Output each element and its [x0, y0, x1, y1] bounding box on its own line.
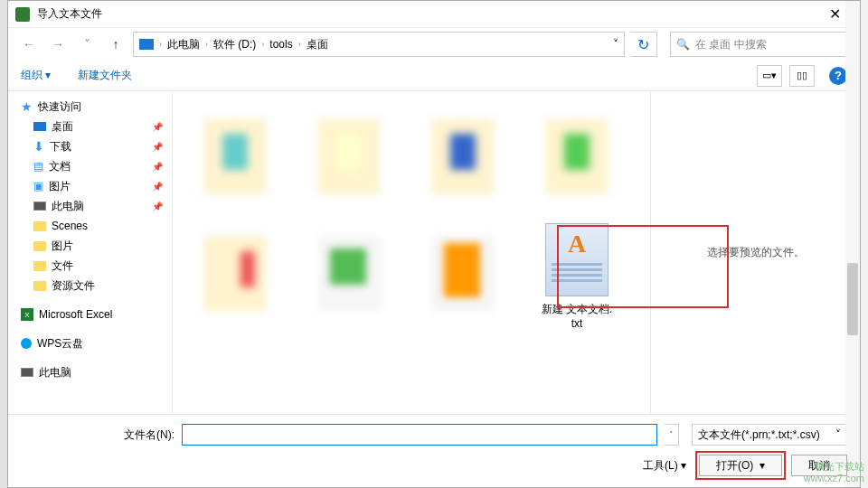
- help-button[interactable]: ?: [829, 67, 847, 85]
- pin-icon: 📌: [152, 182, 163, 192]
- file-list[interactable]: A 新建 文本文档.txt: [173, 91, 650, 414]
- sidebar-files[interactable]: 文件: [8, 256, 172, 276]
- file-label: 新建 文本文档.txt: [542, 302, 613, 330]
- sidebar-pictures[interactable]: ▣图片📌: [8, 176, 172, 196]
- watermark: 极光下载站 www.xz7.com: [804, 461, 864, 484]
- chevron-right-icon: ›: [298, 40, 301, 49]
- pin-icon: 📌: [152, 202, 163, 211]
- filename-dropdown[interactable]: ˅: [665, 424, 679, 446]
- folder-item[interactable]: [178, 218, 292, 335]
- sidebar-downloads[interactable]: ⬇下载📌: [8, 136, 172, 156]
- pc-icon: [139, 39, 154, 50]
- sidebar-excel[interactable]: XMicrosoft Excel: [8, 305, 172, 324]
- back-button[interactable]: ←: [17, 33, 41, 56]
- pc-icon: [21, 368, 33, 377]
- filename-label: 文件名(N):: [21, 427, 175, 443]
- sidebar-scenes[interactable]: Scenes: [8, 216, 172, 236]
- recent-dropdown[interactable]: ˅: [75, 33, 99, 56]
- document-icon: ▤: [33, 160, 43, 173]
- dialog-footer: 文件名(N): ˅ 文本文件(*.prn;*.txt;*.csv)˅ 工具(L)…: [8, 414, 860, 487]
- download-icon: ⬇: [33, 139, 44, 154]
- crumb-drive[interactable]: 软件 (D:): [210, 35, 259, 54]
- chevron-right-icon: ›: [205, 40, 208, 49]
- search-icon: 🔍: [676, 38, 690, 51]
- picture-icon: ▣: [33, 180, 43, 192]
- file-item[interactable]: [406, 218, 520, 335]
- folder-icon: [33, 281, 46, 291]
- file-type-filter[interactable]: 文本文件(*.prn;*.txt;*.csv)˅: [692, 424, 847, 446]
- chevron-right-icon: ›: [261, 40, 264, 49]
- organize-menu[interactable]: 组织 ▾: [21, 68, 51, 83]
- sidebar-resources[interactable]: 资源文件: [8, 276, 172, 296]
- crumb-thispc[interactable]: 此电脑: [164, 35, 203, 54]
- crumb-desktop[interactable]: 桌面: [303, 35, 332, 54]
- sidebar: ★快速访问 桌面📌 ⬇下载📌 ▤文档📌 ▣图片📌 此电脑📌 Scenes 图片 …: [8, 91, 173, 414]
- up-button[interactable]: ↑: [104, 33, 127, 56]
- folder-item[interactable]: [520, 100, 634, 218]
- file-item[interactable]: [292, 218, 406, 335]
- folder-icon: [33, 261, 46, 271]
- toolbar: 组织 ▾ 新建文件夹 ▭ ▾ ▯▯ ?: [8, 61, 860, 91]
- tools-menu[interactable]: 工具(L) ▾: [643, 458, 686, 474]
- main-area: ★快速访问 桌面📌 ⬇下载📌 ▤文档📌 ▣图片📌 此电脑📌 Scenes 图片 …: [8, 91, 860, 414]
- file-open-dialog: 导入文本文件 ✕ ← → ˅ ↑ › 此电脑 › 软件 (D:) › tools…: [7, 0, 861, 488]
- sidebar-quick-access[interactable]: ★快速访问: [8, 97, 172, 117]
- view-mode-button[interactable]: ▭ ▾: [757, 65, 782, 87]
- excel-icon: [15, 7, 30, 22]
- dialog-title: 导入文本文件: [37, 6, 816, 22]
- search-placeholder: 在 桌面 中搜索: [695, 37, 767, 52]
- content-area: A 新建 文本文档.txt 选择要预览的文件。: [173, 91, 860, 414]
- folder-icon: [33, 241, 46, 251]
- breadcrumb[interactable]: › 此电脑 › 软件 (D:) › tools › 桌面 ˅: [133, 32, 625, 57]
- preview-toggle-button[interactable]: ▯▯: [789, 65, 815, 87]
- folder-item[interactable]: [292, 100, 406, 218]
- pc-icon: [33, 202, 46, 211]
- app-background: [0, 0, 7, 488]
- sidebar-wps[interactable]: WPS云盘: [8, 333, 172, 353]
- path-dropdown[interactable]: ˅: [613, 38, 618, 51]
- pin-icon: 📌: [152, 162, 163, 172]
- pin-icon: 📌: [152, 122, 163, 132]
- crumb-tools[interactable]: tools: [266, 36, 296, 52]
- star-icon: ★: [21, 99, 33, 114]
- preview-placeholder: 选择要预览的文件。: [707, 245, 805, 260]
- wps-icon: [21, 338, 32, 349]
- preview-pane: 选择要预览的文件。: [650, 91, 860, 414]
- file-item-txt[interactable]: A 新建 文本文档.txt: [520, 218, 634, 335]
- desktop-icon: [33, 122, 46, 131]
- text-file-icon: A: [545, 223, 609, 296]
- sidebar-desktop[interactable]: 桌面📌: [8, 117, 172, 136]
- folder-item[interactable]: [178, 100, 292, 218]
- filename-input[interactable]: [182, 424, 657, 446]
- chevron-right-icon: ›: [159, 40, 162, 49]
- new-folder-button[interactable]: 新建文件夹: [78, 68, 132, 83]
- titlebar: 导入文本文件 ✕: [8, 1, 860, 28]
- open-button[interactable]: 打开(O) ▾: [699, 455, 782, 476]
- pin-icon: 📌: [152, 142, 163, 152]
- forward-button: →: [46, 33, 70, 56]
- sidebar-pictures2[interactable]: 图片: [8, 236, 172, 256]
- excel-icon: X: [21, 308, 33, 321]
- refresh-button[interactable]: ↻: [630, 32, 657, 57]
- folder-item[interactable]: [406, 100, 520, 218]
- sidebar-thispc2[interactable]: 此电脑: [8, 362, 172, 382]
- sidebar-thispc[interactable]: 此电脑📌: [8, 196, 172, 216]
- search-input[interactable]: 🔍 在 桌面 中搜索: [670, 32, 851, 57]
- nav-row: ← → ˅ ↑ › 此电脑 › 软件 (D:) › tools › 桌面 ˅ ↻…: [8, 28, 860, 61]
- sidebar-documents[interactable]: ▤文档📌: [8, 156, 172, 176]
- folder-icon: [33, 221, 46, 231]
